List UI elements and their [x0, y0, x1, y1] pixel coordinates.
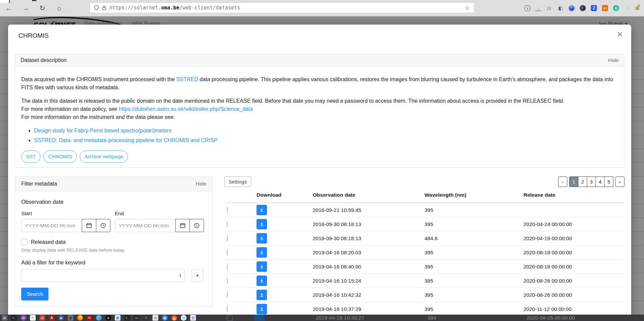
- teal-browser-icon[interactable]: ◎: [181, 315, 187, 321]
- evolution-mail-icon[interactable]: ✉: [21, 315, 26, 321]
- filezilla-icon[interactable]: FZ: [87, 315, 92, 321]
- file-manager-icon[interactable]: ▣: [2, 315, 7, 321]
- pagination-next-button[interactable]: »: [615, 176, 624, 187]
- start-calendar-button[interactable]: [82, 219, 96, 232]
- tag-badge[interactable]: CHROMIS: [43, 151, 77, 163]
- pagination-page-button[interactable]: 3: [587, 176, 596, 187]
- dimmed-release-date: 2020-08-05 00:00:00: [527, 315, 575, 321]
- filter-metadata-title: Filter metadata: [21, 181, 57, 187]
- download-button[interactable]: [257, 233, 267, 244]
- swirl-extension-icon[interactable]: [569, 5, 575, 11]
- display-monitor-icon[interactable]: ▭: [134, 315, 139, 321]
- row-checkbox[interactable]: [227, 292, 228, 298]
- library-icon[interactable]: |||: [546, 5, 553, 11]
- download-button[interactable]: [257, 276, 267, 286]
- adobe-acrobat-icon[interactable]: A: [49, 315, 55, 321]
- text-editor-icon[interactable]: ≡: [30, 315, 36, 321]
- grammarly-extension-icon[interactable]: G: [613, 5, 619, 11]
- table-row: 2019-04-16 10:15:24 395 2020-08-26 00:00…: [224, 274, 624, 288]
- red-document-icon[interactable]: ▤: [39, 315, 45, 321]
- reference-link[interactable]: Design study for Fabry-Perot based spect…: [34, 128, 171, 133]
- dimmed-download-button: [254, 315, 265, 321]
- calendar-icon: [86, 223, 92, 228]
- row-checkbox[interactable]: [227, 221, 228, 227]
- chromis-modal: CHROMIS ✕ Dataset description Hide Data …: [8, 25, 631, 321]
- pocket-icon[interactable]: v: [524, 5, 530, 11]
- zotero-extension-icon[interactable]: Z: [591, 5, 597, 11]
- start-time-button[interactable]: [96, 219, 110, 232]
- row-checkbox[interactable]: [227, 235, 228, 242]
- menu-icon[interactable]: ≡: [635, 4, 639, 12]
- released-data-checkbox[interactable]: [21, 239, 28, 245]
- software-center-icon[interactable]: ▦: [115, 315, 121, 321]
- pagination-page-button[interactable]: 5: [604, 176, 613, 187]
- download-button[interactable]: [257, 205, 267, 215]
- sstred-link[interactable]: SSTRED: [176, 76, 198, 82]
- download-button[interactable]: [257, 304, 267, 314]
- observation-date-label: Observation date: [21, 199, 206, 205]
- row-checkbox[interactable]: [227, 263, 228, 270]
- blue-app-icon[interactable]: [96, 315, 102, 321]
- row-checkbox[interactable]: [227, 306, 228, 312]
- end-date-input[interactable]: [115, 219, 176, 232]
- release-date-cell: [521, 203, 624, 217]
- wavelength-cell: 395: [422, 274, 521, 288]
- pagination-page-button[interactable]: 4: [596, 176, 605, 187]
- table-row: 2019-04-16 08:40:00 395 2020-08-18 00:00…: [224, 260, 624, 274]
- download-button[interactable]: [257, 219, 267, 229]
- clipboard-notes-icon[interactable]: ▥: [190, 315, 196, 321]
- lock-icon[interactable]: [102, 5, 106, 10]
- download-button[interactable]: [257, 247, 267, 258]
- reload-button[interactable]: ↻: [38, 4, 47, 12]
- filter-hide-link[interactable]: Hide: [196, 181, 206, 187]
- audio-player-icon[interactable]: a: [105, 315, 111, 321]
- flame-app-icon[interactable]: [171, 315, 177, 321]
- url-bar[interactable]: https://solarnet.oma.be/web-client/datas…: [90, 2, 474, 13]
- pagination-page-button[interactable]: 1: [569, 176, 578, 187]
- description-paragraph-2: The data in this dataset is released to …: [21, 97, 618, 121]
- download-button[interactable]: [257, 290, 267, 300]
- wavelength-cell: 395: [422, 217, 521, 231]
- download-button[interactable]: [257, 261, 267, 272]
- printer-icon[interactable]: ▤: [152, 315, 158, 321]
- home-button[interactable]: ⌂: [55, 4, 64, 12]
- pagination-page-button[interactable]: 2: [578, 176, 587, 187]
- power-utility-icon[interactable]: ϟ: [143, 315, 149, 321]
- description-hide-link[interactable]: Hide: [608, 57, 619, 63]
- screenshot-tool-icon[interactable]: ◉: [68, 315, 73, 321]
- start-date-input[interactable]: [21, 219, 82, 232]
- terminal-icon[interactable]: $_: [11, 315, 17, 321]
- add-filter-button[interactable]: +: [192, 269, 203, 282]
- end-time-button[interactable]: [190, 219, 204, 232]
- web-browser-icon[interactable]: ◉: [58, 315, 64, 321]
- end-label: End: [115, 211, 204, 216]
- close-icon[interactable]: ✕: [617, 31, 623, 38]
- bookmark-star-icon[interactable]: ☆: [465, 4, 470, 11]
- keyword-select[interactable]: ▲▼: [21, 269, 185, 282]
- zoom-icon[interactable]: ◉: [162, 315, 168, 321]
- science-data-link[interactable]: https://dubshen.astro.su.se/wiki/index.p…: [119, 106, 253, 112]
- shield-icon[interactable]: [94, 5, 99, 10]
- row-checkbox[interactable]: [227, 249, 228, 256]
- forward-button[interactable]: →: [21, 4, 30, 12]
- row-checkbox[interactable]: [227, 278, 228, 284]
- release-date-cell: 2020-11-12 00:00:00: [521, 302, 624, 316]
- search-button[interactable]: Search: [21, 288, 48, 300]
- dark-sphere-extension-icon[interactable]: ☾: [580, 5, 586, 11]
- end-calendar-button[interactable]: [175, 219, 190, 232]
- settings-button[interactable]: Settings: [224, 176, 251, 187]
- tag-badge[interactable]: SST: [21, 151, 40, 163]
- back-button[interactable]: ←: [4, 4, 13, 12]
- downloads-icon[interactable]: ↓: [535, 5, 541, 11]
- terminal-2-icon[interactable]: $_: [124, 315, 130, 321]
- firefox-icon[interactable]: [77, 315, 83, 321]
- sidebar-icon[interactable]: ◧: [557, 5, 564, 11]
- thumbs-up-extension-icon[interactable]: ☝: [624, 5, 630, 11]
- dimmed-observation-date: 2019-04-19 10:33:27: [316, 315, 364, 321]
- reference-link[interactable]: SSTRED: Data- and metadata-processing pi…: [34, 137, 217, 143]
- scopus-extension-icon[interactable]: SC: [602, 5, 608, 11]
- pagination-prev-button[interactable]: «: [558, 176, 567, 187]
- table-row: 2019-04-16 08:20:03 395 2020-08-18 00:00…: [224, 246, 624, 260]
- tag-badge[interactable]: Archive webpage: [80, 151, 128, 163]
- row-checkbox[interactable]: [227, 207, 228, 213]
